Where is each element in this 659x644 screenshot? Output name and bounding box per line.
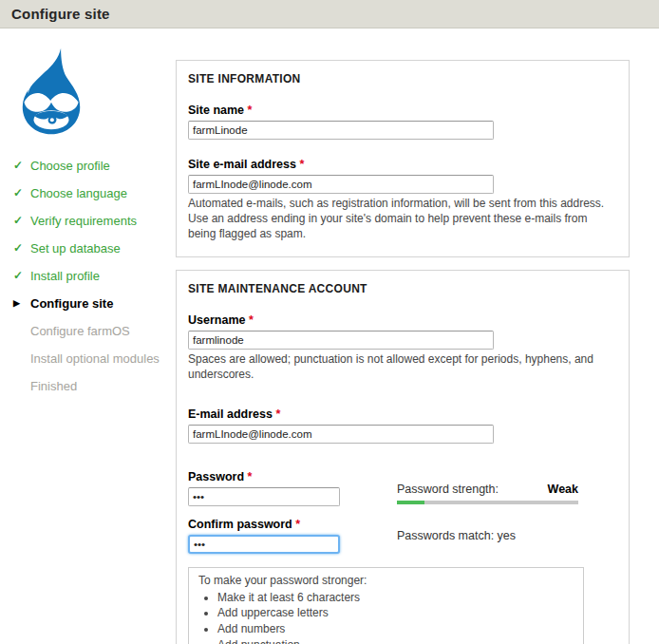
password-tip: Add numbers — [217, 622, 574, 637]
password-row: Password * Password strength: Weak — [188, 470, 617, 506]
step-label: Choose language — [30, 187, 127, 199]
password-tips-intro: To make your password stronger: — [198, 574, 574, 589]
required-marker: * — [248, 104, 253, 117]
password-strength-indicator: Password strength: Weak — [397, 470, 578, 506]
required-marker: * — [295, 518, 300, 531]
site-name-form-item: Site name * — [188, 104, 617, 140]
site-name-label: Site name — [188, 104, 244, 117]
password-label: Password — [188, 470, 244, 483]
confirm-password-input[interactable] — [188, 535, 340, 554]
install-steps-list: ✓ Choose profile ✓ Choose language ✓ Ver… — [0, 160, 176, 392]
step-label: Verify requirements — [30, 215, 137, 227]
password-tips-list: Make it at least 6 characters Add upperc… — [198, 591, 574, 644]
password-tip: Make it at least 6 characters — [217, 591, 574, 606]
page-title: Configure site — [11, 6, 110, 22]
current-step-icon: ▶ — [13, 297, 30, 310]
sidebar-step-configure-farmos: Configure farmOS — [13, 325, 176, 337]
required-marker: * — [275, 407, 280, 421]
step-label: Choose profile — [30, 160, 110, 172]
password-form-item: Password * — [188, 470, 397, 506]
site-maintenance-account-fieldset: SITE MAINTENANCE ACCOUNT Username * Spac… — [176, 270, 630, 644]
admin-email-label: E-mail address — [188, 407, 273, 421]
sidebar-step-finished: Finished — [13, 380, 176, 392]
passwords-match-status: Passwords match: yes — [397, 518, 578, 554]
confirm-password-label: Confirm password — [188, 518, 292, 531]
required-marker: * — [299, 158, 304, 171]
password-input[interactable] — [188, 487, 340, 506]
sidebar-step-configure-site: ▶ Configure site — [13, 297, 176, 310]
checkmark-icon: ✓ — [13, 187, 30, 199]
drupal-logo-icon — [11, 46, 91, 137]
username-label: Username — [188, 313, 245, 327]
admin-email-form-item: E-mail address * — [188, 407, 617, 444]
checkmark-icon: ✓ — [13, 270, 30, 282]
checkmark-icon: ✓ — [13, 160, 30, 172]
step-label: Install optional modules — [30, 352, 160, 365]
password-strength-track — [397, 501, 578, 504]
content: ✓ Choose profile ✓ Choose language ✓ Ver… — [0, 28, 659, 644]
sidebar-step-set-up-database: ✓ Set up database — [13, 242, 176, 255]
sidebar-step-install-profile: ✓ Install profile — [13, 270, 176, 282]
username-form-item: Username * Spaces are allowed; punctuati… — [188, 313, 617, 383]
step-label: Configure farmOS — [30, 325, 130, 337]
password-tip: Add uppercase letters — [217, 606, 574, 621]
password-strength-label: Password strength: — [397, 483, 499, 496]
username-description: Spaces are allowed; punctuation is not a… — [188, 352, 617, 383]
step-label: Finished — [30, 380, 77, 392]
checkmark-icon: ✓ — [13, 242, 30, 255]
confirm-password-row: Confirm password * Passwords match: yes — [188, 518, 617, 554]
site-email-input[interactable] — [188, 175, 494, 194]
site-maintenance-account-legend: SITE MAINTENANCE ACCOUNT — [188, 282, 617, 295]
site-information-fieldset: SITE INFORMATION Site name * Site e-mail… — [176, 60, 630, 257]
admin-email-input[interactable] — [188, 425, 494, 444]
password-strength-level: Weak — [548, 483, 578, 496]
site-email-description: Automated e-mails, such as registration … — [188, 197, 617, 241]
step-label: Configure site — [30, 297, 113, 310]
sidebar-step-verify-requirements: ✓ Verify requirements — [13, 215, 176, 227]
sidebar-step-install-optional-modules: Install optional modules — [13, 352, 176, 365]
page-header: Configure site — [0, 0, 659, 28]
password-tips-box: To make your password stronger: Make it … — [188, 567, 584, 644]
site-information-legend: SITE INFORMATION — [188, 72, 617, 85]
confirm-password-form-item: Confirm password * — [188, 518, 397, 554]
install-sidebar: ✓ Choose profile ✓ Choose language ✓ Ver… — [0, 28, 176, 644]
username-input[interactable] — [188, 331, 494, 350]
step-label: Set up database — [30, 242, 121, 255]
site-email-form-item: Site e-mail address * Automated e-mails,… — [188, 158, 617, 241]
password-tip: Add punctuation — [217, 638, 574, 644]
site-name-input[interactable] — [188, 121, 494, 140]
configure-site-form: SITE INFORMATION Site name * Site e-mail… — [176, 28, 630, 644]
sidebar-step-choose-language: ✓ Choose language — [13, 187, 176, 199]
site-email-label: Site e-mail address — [188, 158, 296, 171]
required-marker: * — [248, 470, 253, 483]
required-marker: * — [249, 313, 254, 327]
step-label: Install profile — [30, 270, 100, 282]
sidebar-step-choose-profile: ✓ Choose profile — [13, 160, 176, 172]
password-strength-fill — [397, 501, 424, 504]
checkmark-icon: ✓ — [13, 215, 30, 227]
